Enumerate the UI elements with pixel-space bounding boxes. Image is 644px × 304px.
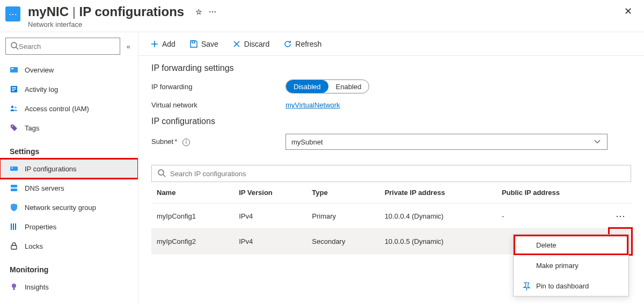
subnet-label: Subnet* i	[151, 137, 286, 146]
sidebar-item-ip-configurations[interactable]: IP configurations	[0, 159, 138, 178]
sidebar-item-access-control[interactable]: Access control (IAM)	[0, 99, 138, 118]
ipconfig-search[interactable]	[151, 165, 631, 182]
svg-point-0	[11, 42, 17, 48]
svg-point-8	[11, 106, 13, 108]
context-make-primary[interactable]: Make primary	[514, 255, 628, 276]
cell-name: myIpConfig1	[151, 204, 233, 229]
sidebar-item-label: Network security group	[25, 204, 96, 212]
context-item-label: Delete	[536, 241, 557, 249]
refresh-icon	[283, 40, 292, 48]
context-delete[interactable]: Delete	[514, 235, 628, 255]
sidebar-item-label: Locks	[25, 242, 43, 250]
ip-forwarding-label: IP forwarding	[151, 83, 286, 91]
svg-rect-14	[11, 189, 17, 191]
sidebar-item-nsg[interactable]: Network security group	[0, 198, 138, 217]
info-icon[interactable]: i	[182, 139, 190, 146]
svg-rect-11	[10, 167, 18, 171]
nic-icon	[10, 66, 18, 74]
sidebar-item-properties[interactable]: Properties	[0, 217, 138, 236]
sidebar-nav[interactable]: Overview Activity log Access control (IA…	[0, 60, 138, 304]
tags-icon	[10, 124, 18, 132]
resource-type-label: Network interface	[28, 20, 216, 28]
col-public[interactable]: Public IP address	[496, 182, 610, 204]
favorite-star-icon[interactable]: ☆	[195, 8, 202, 16]
svg-line-1	[16, 47, 18, 49]
plus-icon	[150, 40, 159, 48]
cell-type: Secondary	[306, 229, 379, 254]
col-type[interactable]: Type	[306, 182, 379, 204]
shield-icon	[10, 203, 18, 212]
discard-button[interactable]: Discard	[226, 37, 276, 52]
sidebar-item-insights[interactable]: Insights	[0, 277, 138, 296]
save-icon	[189, 40, 198, 48]
virtual-network-label: Virtual network	[151, 101, 286, 109]
dns-icon	[10, 184, 18, 192]
refresh-button[interactable]: Refresh	[277, 37, 328, 52]
resource-name: myNIC	[28, 4, 69, 19]
toggle-enabled[interactable]: Enabled	[328, 80, 369, 93]
svg-rect-15	[11, 223, 12, 230]
resource-icon: ⋯	[5, 6, 20, 21]
svg-line-23	[163, 175, 165, 177]
main-pane: Add Save Discard Refresh	[138, 32, 644, 304]
row-more-icon[interactable]: ⋯	[610, 204, 631, 229]
svg-rect-17	[15, 223, 16, 230]
sidebar: « Overview Activity log Access control (…	[0, 32, 138, 304]
ip-configurations-heading: IP configurations	[151, 117, 631, 126]
sidebar-item-overview[interactable]: Overview	[0, 60, 138, 79]
collapse-sidebar-icon[interactable]: «	[125, 40, 133, 53]
cell-version: IPv4	[233, 204, 306, 229]
col-name[interactable]: Name	[151, 182, 233, 204]
context-item-label: Make primary	[536, 262, 579, 270]
add-button[interactable]: Add	[144, 37, 182, 52]
svg-point-19	[12, 284, 16, 288]
ipconfig-icon	[10, 164, 18, 173]
button-label: Refresh	[295, 40, 321, 48]
button-label: Add	[162, 40, 175, 48]
row-context-menu: Delete Make primary Pin to dashboard	[513, 234, 629, 296]
toggle-disabled[interactable]: Disabled	[286, 80, 328, 93]
sidebar-item-label: Access control (IAM)	[25, 105, 89, 113]
svg-point-10	[12, 126, 13, 127]
more-icon[interactable]: ⋯	[209, 8, 216, 16]
save-button[interactable]: Save	[183, 37, 225, 52]
col-private[interactable]: Private IP address	[379, 182, 496, 204]
virtual-network-link[interactable]: myVirtualNetwork	[286, 101, 340, 109]
svg-rect-12	[11, 168, 13, 169]
sidebar-item-tags[interactable]: Tags	[0, 118, 138, 137]
table-row[interactable]: myIpConfig1 IPv4 Primary 10.0.0.4 (Dynam…	[151, 204, 631, 229]
button-label: Discard	[244, 40, 269, 48]
sidebar-item-activity-log[interactable]: Activity log	[0, 79, 138, 99]
context-item-label: Pin to dashboard	[536, 282, 589, 290]
sidebar-item-locks[interactable]: Locks	[0, 236, 138, 256]
ip-forwarding-heading: IP forwarding settings	[151, 63, 631, 73]
insights-icon	[10, 283, 18, 291]
lock-icon	[10, 242, 18, 250]
sidebar-group-monitoring: Monitoring	[0, 256, 138, 277]
svg-rect-5	[12, 87, 16, 88]
ipconfig-search-input[interactable]	[170, 170, 625, 178]
svg-rect-6	[12, 89, 16, 90]
properties-icon	[10, 222, 18, 231]
sidebar-item-dns-servers[interactable]: DNS servers	[0, 178, 138, 198]
cell-private: 10.0.0.5 (Dynamic)	[379, 229, 496, 254]
sidebar-item-label: Tags	[25, 124, 39, 132]
sidebar-item-label: Activity log	[25, 85, 58, 93]
cell-version: IPv4	[233, 229, 306, 254]
page-title: myNIC | IP configurations ☆ ⋯	[28, 4, 216, 19]
ip-forwarding-toggle[interactable]: Disabled Enabled	[286, 79, 369, 93]
subnet-dropdown[interactable]: mySubnet	[286, 134, 608, 150]
sidebar-item-label: Insights	[25, 283, 49, 291]
svg-rect-20	[13, 288, 15, 290]
sidebar-search-input[interactable]	[19, 42, 115, 50]
iam-icon	[10, 104, 18, 113]
sidebar-search[interactable]	[5, 38, 120, 55]
discard-icon	[232, 40, 241, 48]
col-version[interactable]: IP Version	[233, 182, 306, 204]
close-icon[interactable]: ✕	[622, 4, 634, 18]
cell-type: Primary	[306, 204, 379, 229]
context-pin-to-dashboard[interactable]: Pin to dashboard	[514, 276, 628, 296]
cell-name: myIpConfig2	[151, 229, 233, 254]
button-label: Save	[201, 40, 218, 48]
svg-rect-21	[192, 41, 195, 43]
